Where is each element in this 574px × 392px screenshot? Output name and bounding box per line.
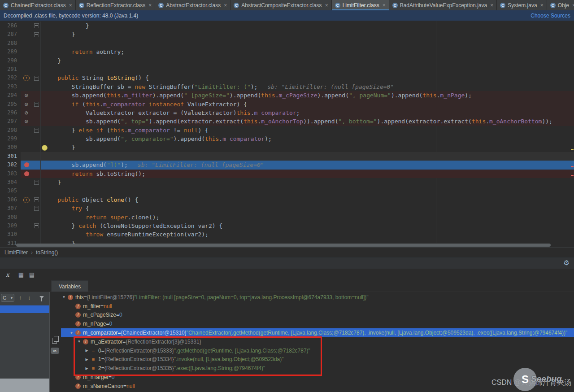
line-number[interactable]: 300 xyxy=(0,143,21,152)
variable-row[interactable]: ▶≡1 = {ReflectionExtractor@15334} ".invo… xyxy=(61,355,574,364)
breadcrumb-method[interactable]: toString() xyxy=(36,249,58,256)
code-token xyxy=(43,48,72,55)
line-number[interactable]: 307 xyxy=(0,204,21,213)
line-number[interactable]: 310 xyxy=(0,230,21,239)
line-number[interactable]: 309 xyxy=(0,222,21,230)
line-number[interactable]: 291 xyxy=(0,65,21,74)
breadcrumb-class[interactable]: LimitFilter xyxy=(4,249,28,256)
muted-breakpoint-icon[interactable]: ⊘ xyxy=(21,117,32,126)
error-stripe-mark[interactable] xyxy=(571,149,574,150)
line-number[interactable]: 287 xyxy=(0,30,21,39)
line-number[interactable]: 299 xyxy=(0,135,21,143)
line-number[interactable]: 289 xyxy=(0,48,21,56)
editor-tab[interactable]: CAbstractExtractor.class× xyxy=(155,0,230,10)
table-view-icon[interactable]: ▦ xyxy=(17,270,25,279)
fold-marker-icon[interactable] xyxy=(32,222,40,230)
line-number[interactable]: 294 xyxy=(0,91,21,100)
line-number[interactable]: 302 xyxy=(0,161,21,169)
chevron-down-icon[interactable]: ▼ xyxy=(76,340,82,344)
close-icon[interactable]: × xyxy=(572,2,574,9)
variable-row[interactable]: fm_nPage = 0 xyxy=(61,319,574,328)
editor-tab[interactable]: CAbstractCompositeExtractor.class× xyxy=(230,0,331,10)
gutter-space xyxy=(21,57,32,65)
close-icon[interactable]: × xyxy=(69,2,72,9)
breakpoint-icon[interactable] xyxy=(21,170,32,178)
fold-marker-icon[interactable] xyxy=(32,126,40,135)
fold-marker-icon[interactable] xyxy=(32,30,40,39)
muted-breakpoint-icon[interactable]: ⊘ xyxy=(21,100,32,109)
close-icon[interactable]: × xyxy=(540,2,544,9)
close-icon[interactable]: × xyxy=(383,2,386,9)
close-icon[interactable]: × xyxy=(490,2,493,9)
variable-row[interactable]: ▼fm_comparator = {ChainedExtractor@15310… xyxy=(61,328,574,337)
code-editor[interactable]: 286 }287 }288289 return aoEntry;290 }291… xyxy=(0,21,574,247)
close-icon[interactable]: × xyxy=(224,2,227,9)
variable-row[interactable]: ▶≡2 = {ReflectionExtractor@15335} ".exec… xyxy=(61,364,574,373)
close-icon[interactable]: × xyxy=(148,2,152,9)
code-token: sb.toString(); xyxy=(93,170,145,177)
variable-row[interactable]: ▶≡0 = {ReflectionExtractor@15333} ".getM… xyxy=(61,346,574,355)
breakpoint-icon[interactable] xyxy=(21,161,32,169)
chevron-right-icon[interactable]: ▶ xyxy=(84,348,90,353)
gear-icon[interactable]: ⚙ xyxy=(564,259,570,267)
line-number[interactable]: 292 xyxy=(0,74,21,82)
infinity-icon[interactable]: ∞ xyxy=(51,348,59,354)
muted-breakpoint-icon[interactable]: ⊘ xyxy=(21,109,32,117)
editor-tab[interactable]: CChainedExtractor.class× xyxy=(0,0,76,10)
fold-marker-icon[interactable] xyxy=(32,100,40,109)
code-line: 291 xyxy=(0,65,574,74)
fold-marker-icon[interactable] xyxy=(32,22,40,30)
chevron-down-icon[interactable]: ▼ xyxy=(69,331,74,335)
line-number[interactable]: 298 xyxy=(0,126,21,135)
choose-sources-link[interactable]: Choose Sources xyxy=(531,13,570,19)
line-number[interactable]: 305 xyxy=(0,187,21,195)
editor-tab[interactable]: CBadAttributeValueExpException.java× xyxy=(389,0,497,10)
selected-frame-row[interactable] xyxy=(0,305,49,313)
line-number[interactable]: 296 xyxy=(0,109,21,117)
error-stripe-mark[interactable] xyxy=(571,175,574,176)
muted-breakpoint-icon[interactable]: ⊘ xyxy=(21,91,32,100)
variable-row[interactable]: ▼fm_aExtractor = {ReflectionExtractor[3]… xyxy=(61,337,574,346)
editor-tab[interactable]: CReflectionExtractor.class× xyxy=(76,0,155,10)
line-number[interactable]: 288 xyxy=(0,39,21,48)
chevron-down-icon[interactable]: ▼ xyxy=(61,295,67,299)
code-line: 308 return super.clone(); xyxy=(0,213,574,222)
line-number[interactable]: 286 xyxy=(0,22,21,30)
fold-marker-icon[interactable] xyxy=(32,196,40,204)
arrow-up-icon[interactable]: ↑ xyxy=(19,295,22,301)
fold-marker-icon[interactable] xyxy=(32,178,40,187)
code-token: public xyxy=(57,196,78,203)
thread-selector[interactable]: G ▾ xyxy=(1,294,14,302)
error-stripe-mark[interactable] xyxy=(571,166,574,167)
chevron-right-icon[interactable]: ▶ xyxy=(84,366,90,370)
line-number[interactable]: 293 xyxy=(0,83,21,91)
evaluate-icon[interactable]: x xyxy=(4,270,12,279)
variable-row[interactable]: ▼fthis = {LimitFilter@15276} "LimitFilte… xyxy=(61,293,574,302)
list-view-icon[interactable]: ▤ xyxy=(28,270,36,279)
close-icon[interactable]: × xyxy=(325,2,328,9)
editor-tab[interactable]: CSystem.java× xyxy=(497,0,547,10)
override-method-icon[interactable]: ↑ xyxy=(21,74,32,82)
line-number[interactable]: 301 xyxy=(0,152,21,161)
fold-marker-icon[interactable] xyxy=(32,204,40,213)
variable-row[interactable]: fm_cPageSize = 0 xyxy=(61,311,574,320)
override-method-icon[interactable]: ↑ xyxy=(21,196,32,204)
line-number[interactable]: 304 xyxy=(0,178,21,187)
chevron-right-icon[interactable]: ▶ xyxy=(84,357,90,362)
editor-tab[interactable]: CLimitFilter.class× xyxy=(332,0,389,10)
line-number[interactable]: 297 xyxy=(0,117,21,126)
line-number[interactable]: 306 xyxy=(0,196,21,204)
tab-variables[interactable]: Variables xyxy=(51,280,88,292)
variable-row[interactable]: fm_filter = null xyxy=(61,302,574,311)
horizontal-scrollbar[interactable] xyxy=(16,244,551,247)
line-number[interactable]: 295 xyxy=(0,100,21,109)
filter-funnel-icon[interactable] xyxy=(39,296,44,299)
code-token: ValueExtractor extractor = (ValueExtract… xyxy=(43,109,236,116)
line-number[interactable]: 290 xyxy=(0,57,21,65)
editor-tab[interactable]: CObje× xyxy=(547,0,574,10)
line-number[interactable]: 303 xyxy=(0,170,21,178)
copy-frames-icon[interactable] xyxy=(52,338,57,344)
arrow-down-icon[interactable]: ↓ xyxy=(28,295,30,301)
fold-marker-icon[interactable] xyxy=(32,74,40,82)
line-number[interactable]: 308 xyxy=(0,213,21,222)
